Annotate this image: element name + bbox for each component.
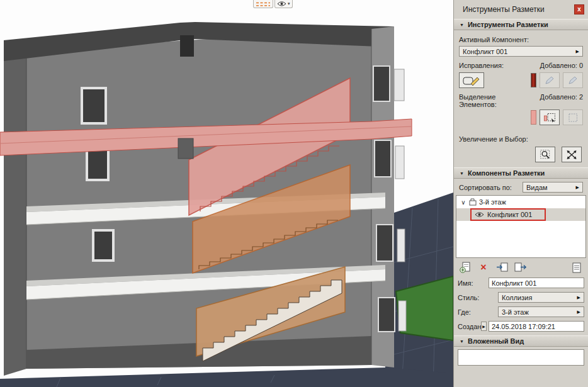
- markup-tools-body: Активный Компонент: Конфликт 001 ▶ Испра…: [454, 30, 588, 167]
- correction-pen-button[interactable]: [540, 72, 560, 88]
- collapse-triangle-icon: ▼: [460, 339, 464, 344]
- chevron-down-icon: ▾: [288, 1, 290, 6]
- style-value: Коллизия: [502, 294, 532, 301]
- tree-group-label: 3-й этаж: [479, 198, 506, 206]
- section-header-markup-tools[interactable]: ▼ Инструменты Разметки: [454, 19, 588, 30]
- zoom-select-label: Увеличение и Выбор:: [459, 135, 583, 143]
- marquee-add-icon: [544, 113, 556, 123]
- section-title: Инструменты Разметки: [468, 21, 548, 28]
- pencil-icon: [568, 76, 578, 85]
- components-tree: ∨ 3-й этаж Конфликт 001: [456, 195, 586, 258]
- popup-arrow-icon: ▶: [576, 185, 579, 190]
- eye-icon: [277, 1, 286, 7]
- app-window: ▾ Инструменты Разметки x ▼ Инструменты Р…: [0, 0, 588, 387]
- tree-item-conflict[interactable]: Конфликт 001: [456, 208, 585, 221]
- popup-arrow-icon: ▶: [577, 310, 580, 315]
- section-header-markup-components[interactable]: ▼ Компоненты Разметки: [454, 167, 588, 179]
- visibility-button[interactable]: ▾: [274, 0, 293, 8]
- view-icon: [469, 198, 477, 206]
- add-selection-button[interactable]: [540, 109, 560, 125]
- zoom-to-elements-button[interactable]: [535, 147, 555, 162]
- active-component-dropdown[interactable]: Конфликт 001 ▶: [459, 46, 583, 57]
- pencil-icon: [545, 76, 555, 85]
- sort-by-value: Видам: [526, 184, 548, 191]
- embedded-view-area[interactable]: [458, 349, 584, 366]
- section-title: Вложенный Вид: [468, 337, 524, 345]
- active-component-label: Активный Компонент:: [459, 36, 583, 43]
- select-elements-button[interactable]: [562, 147, 582, 162]
- collapse-triangle-icon: ▼: [460, 171, 464, 176]
- popup-arrow-icon: ▶: [482, 324, 485, 328]
- tree-item-label: Конфликт 001: [487, 211, 532, 218]
- marquee-remove-icon: [567, 113, 579, 123]
- viewport-toolbar: ▾: [253, 0, 293, 8]
- markup-tools-panel: Инструменты Разметки x ▼ Инструменты Раз…: [453, 0, 588, 387]
- add-correction-button[interactable]: [459, 72, 484, 88]
- selection-label: Выделение Элементов:: [459, 93, 504, 108]
- move-arrows-icon: [566, 150, 577, 160]
- delete-entry-button[interactable]: ×: [477, 262, 490, 273]
- popup-arrow-icon: ▶: [576, 49, 579, 54]
- components-toolbar: ×: [454, 258, 588, 276]
- section-title: Компоненты Разметки: [468, 169, 545, 177]
- panel-titlebar: Инструменты Разметки x: [454, 0, 588, 19]
- name-label: Имя:: [458, 279, 489, 287]
- popup-arrow-icon: ▶: [577, 295, 580, 300]
- eye-icon[interactable]: [475, 211, 484, 218]
- created-label: Создан: [458, 323, 481, 330]
- where-label: Где:: [458, 308, 498, 316]
- tree-expander-icon[interactable]: ∨: [460, 199, 466, 206]
- import-button[interactable]: [495, 262, 508, 273]
- style-label: Стиль:: [458, 294, 498, 301]
- export-button[interactable]: [514, 262, 526, 273]
- created-field[interactable]: [489, 321, 584, 332]
- sort-by-dropdown[interactable]: Видам ▶: [523, 182, 583, 193]
- panel-title: Инструменты Разметки: [463, 5, 574, 14]
- style-dropdown[interactable]: Коллизия ▶: [498, 292, 584, 303]
- selection-color-swatch[interactable]: [531, 110, 536, 125]
- active-component-value: Конфликт 001: [463, 48, 507, 55]
- close-button[interactable]: x: [574, 4, 584, 14]
- export-icon: [514, 262, 526, 272]
- corrections-added-count: Добавлено: 0: [531, 62, 583, 69]
- created-options-button[interactable]: ▶: [481, 322, 487, 331]
- new-document-plus-icon: [460, 262, 471, 273]
- delete-x-icon: ×: [480, 263, 486, 272]
- sort-by-label: Сортировать по:: [459, 184, 512, 191]
- report-button[interactable]: [570, 262, 583, 273]
- collapse-triangle-icon: ▼: [460, 23, 464, 27]
- where-dropdown[interactable]: 3-й этаж ▶: [498, 306, 584, 317]
- 3d-viewport[interactable]: ▾: [0, 0, 453, 387]
- remove-selection-button[interactable]: [563, 109, 583, 125]
- selection-added-count: Добавлено: 2: [531, 93, 583, 101]
- dashed-line-style-button[interactable]: [253, 0, 273, 8]
- new-entry-button[interactable]: [459, 262, 472, 273]
- dashed-lines-icon: [256, 1, 271, 8]
- building-section[interactable]: [0, 22, 412, 376]
- correction-color-swatch[interactable]: [531, 73, 536, 87]
- magnifier-icon: [540, 150, 551, 160]
- cloud-pencil-icon: [463, 75, 480, 86]
- document-icon: [572, 262, 582, 273]
- selected-item-outline: Конфликт 001: [470, 208, 546, 221]
- section-header-embedded-view[interactable]: ▼ Вложенный Вид: [454, 335, 588, 347]
- corrections-label: Исправления:: [459, 62, 504, 69]
- where-value: 3-й этаж: [502, 308, 529, 316]
- entry-properties-form: Имя: Стиль: Коллизия ▶ Где: 3-й этаж ▶ С…: [454, 276, 588, 332]
- 3d-scene: [0, 0, 453, 387]
- correction-erase-button[interactable]: [563, 72, 583, 88]
- name-field[interactable]: [489, 278, 584, 288]
- import-icon: [496, 262, 508, 272]
- tree-group-floor3[interactable]: ∨ 3-й этаж: [456, 196, 585, 208]
